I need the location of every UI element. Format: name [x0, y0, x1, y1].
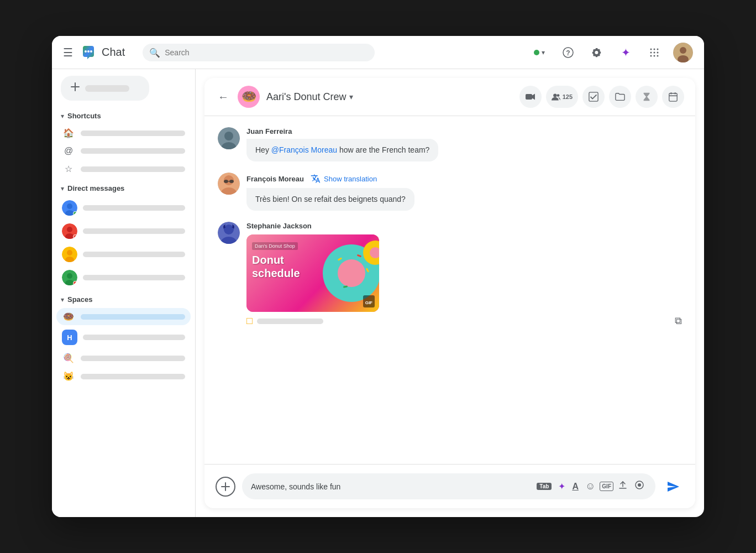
- chat-panel: ← 🍩 Aari's Donut Crew ▾: [204, 78, 695, 508]
- svg-point-48: [224, 225, 234, 234]
- message-group-2: François Moreau Show translation Trè: [218, 173, 682, 211]
- gemini-assist-icon[interactable]: ✦: [556, 479, 568, 494]
- folder-button[interactable]: [609, 86, 631, 108]
- starred-icon: ☆: [62, 164, 75, 174]
- svg-text:?: ?: [566, 49, 570, 57]
- sidebar-item-starred[interactable]: ☆: [56, 160, 191, 178]
- send-button[interactable]: [662, 476, 684, 498]
- dm-chevron-icon: ▾: [61, 185, 64, 192]
- online-indicator: [73, 211, 77, 216]
- dm-item-2[interactable]: [56, 220, 191, 242]
- dm-avatar-1: [62, 200, 77, 216]
- sender-francois: François Moreau: [246, 175, 304, 183]
- help-button[interactable]: ?: [558, 43, 578, 62]
- space-item-donut[interactable]: 🍩: [56, 308, 191, 325]
- browser-window: ☰ Chat 🔍: [52, 36, 704, 517]
- sidebar-item-mentions[interactable]: @: [56, 143, 191, 159]
- shortcuts-section-header[interactable]: ▾ Shortcuts: [56, 109, 191, 122]
- direct-messages-section-header[interactable]: ▾ Direct messages: [56, 182, 191, 195]
- notification-indicator: [73, 234, 77, 239]
- space-item-lollipop[interactable]: 🍭: [56, 349, 191, 367]
- members-count: 125: [563, 93, 573, 100]
- status-indicator[interactable]: ▾: [529, 46, 549, 59]
- svg-point-39: [224, 132, 233, 140]
- search-icon: 🔍: [149, 47, 160, 58]
- message-content-3: Stephanie Jackson: [246, 222, 682, 327]
- svg-point-45: [229, 180, 234, 183]
- mentions-icon: @: [62, 146, 75, 156]
- gif-badge: GIF: [363, 295, 375, 307]
- svg-point-51: [338, 259, 365, 287]
- video-call-button[interactable]: [519, 86, 542, 108]
- emoji-icon[interactable]: ☺: [583, 478, 597, 494]
- mention-francois: @François Moreau: [271, 145, 337, 154]
- svg-point-10: [654, 51, 655, 53]
- message-header-2: François Moreau Show translation: [246, 173, 682, 185]
- donut-title-line2: schedule: [252, 267, 300, 280]
- svg-point-8: [657, 48, 659, 50]
- gif-icon[interactable]: GIF: [600, 482, 613, 491]
- profile-avatar[interactable]: [673, 43, 693, 62]
- svg-point-31: [553, 93, 556, 97]
- svg-point-63: [638, 483, 641, 487]
- translate-icon: [311, 174, 321, 184]
- gemini-button[interactable]: ✦: [616, 43, 636, 62]
- chat-name-chevron-icon: ▾: [349, 92, 353, 101]
- dm-item-1[interactable]: [56, 197, 191, 219]
- more-options-icon[interactable]: [632, 478, 647, 495]
- chat-header: ← 🍩 Aari's Donut Crew ▾: [204, 78, 695, 116]
- show-translation-label: Show translation: [324, 175, 377, 183]
- stephanie-avatar: [218, 222, 240, 244]
- snooze-button[interactable]: [636, 86, 658, 108]
- svg-point-11: [657, 51, 659, 53]
- calendar-button[interactable]: [662, 86, 684, 108]
- sidebar-item-home[interactable]: 🏠: [56, 124, 191, 142]
- format-text-icon[interactable]: A: [570, 479, 581, 494]
- space-item-h[interactable]: H: [56, 326, 191, 348]
- copy-link-icon[interactable]: ⧉: [675, 315, 682, 327]
- space-item-cat[interactable]: 😺: [56, 368, 191, 385]
- upload-icon[interactable]: [616, 478, 630, 495]
- message-input[interactable]: [251, 482, 532, 491]
- spaces-section-header[interactable]: ▾ Spaces: [56, 293, 191, 306]
- dm-avatar-3: [62, 247, 77, 262]
- show-translation-button[interactable]: Show translation: [308, 173, 379, 185]
- donut-title-line1: Donut: [252, 253, 300, 267]
- francois-avatar: [218, 173, 240, 195]
- apps-button[interactable]: [644, 43, 664, 62]
- chat-avatar: 🍩: [238, 86, 260, 108]
- message-content-1: Juan Ferreira Hey @François Moreau how a…: [246, 127, 682, 161]
- search-input[interactable]: [143, 44, 375, 61]
- svg-point-12: [650, 55, 652, 56]
- app-title: Chat: [102, 46, 125, 59]
- juan-avatar: [218, 127, 240, 149]
- shortcuts-chevron-icon: ▾: [61, 112, 64, 120]
- donut-image: Dan's Donut Shop Donut schedule GIF: [246, 234, 379, 312]
- input-action-icons: ✦ A ☺ GIF: [556, 478, 647, 495]
- hamburger-icon[interactable]: ☰: [63, 46, 73, 59]
- card-link-icon[interactable]: □: [246, 315, 253, 327]
- message-group-1: Juan Ferreira Hey @François Moreau how a…: [218, 127, 682, 161]
- settings-button[interactable]: [587, 43, 607, 62]
- chat-name-button[interactable]: Aari's Donut Crew ▾: [266, 91, 353, 103]
- svg-point-25: [67, 250, 72, 255]
- message-header-3: Stephanie Jackson: [246, 222, 682, 230]
- donut-space-icon: 🍩: [62, 311, 75, 322]
- dm-item-3[interactable]: [56, 243, 191, 265]
- dm-name-3: [83, 252, 185, 257]
- status-dot: [534, 50, 539, 55]
- svg-point-22: [67, 227, 72, 232]
- search-bar: 🔍: [143, 44, 375, 61]
- sidebar: ▾ Shortcuts 🏠 @ ☆ ▾ Direct messages: [52, 69, 196, 517]
- message-group-3: Stephanie Jackson: [218, 222, 682, 327]
- members-button[interactable]: 125: [546, 86, 578, 108]
- dm-item-4[interactable]: [56, 267, 191, 289]
- back-button[interactable]: ←: [216, 88, 231, 106]
- new-chat-button[interactable]: [61, 76, 149, 101]
- svg-point-1: [85, 50, 87, 53]
- home-label: [81, 131, 185, 136]
- tasks-button[interactable]: [582, 86, 605, 108]
- message-bubble-2: Très bien! On se refait des beignets qua…: [246, 188, 414, 211]
- add-attachment-button[interactable]: [216, 477, 235, 497]
- svg-point-3: [90, 50, 92, 53]
